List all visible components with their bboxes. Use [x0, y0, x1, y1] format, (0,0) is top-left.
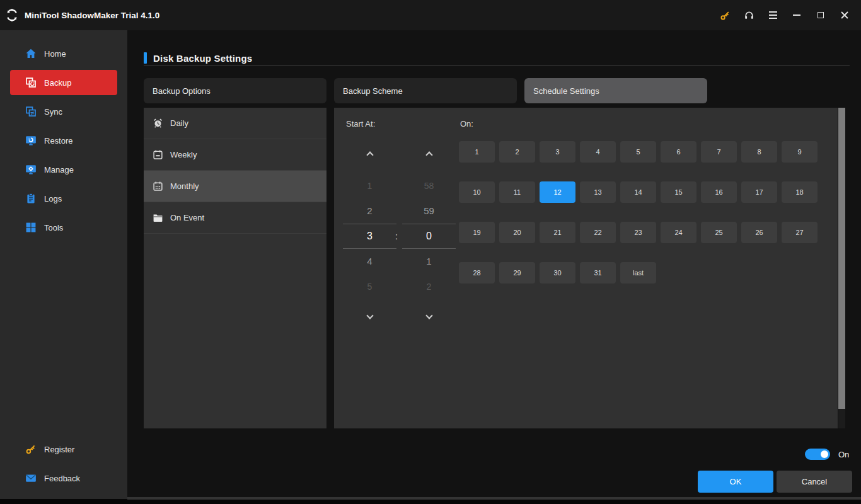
day-button[interactable]: 17	[741, 181, 777, 203]
day-button[interactable]: 11	[499, 181, 535, 203]
sidebar-item-label: Home	[44, 49, 66, 59]
day-button[interactable]: 23	[620, 222, 656, 243]
header-divider	[144, 66, 850, 66]
spinner-value[interactable]: 1	[343, 173, 396, 198]
envelope-icon	[25, 472, 37, 484]
tab-backup-scheme[interactable]: Backup Scheme	[334, 78, 517, 103]
tab-schedule-settings[interactable]: Schedule Settings	[524, 78, 707, 103]
title-accent-bar	[144, 52, 147, 64]
hamburger-menu-icon	[769, 11, 777, 19]
toggle-knob	[821, 450, 828, 458]
day-button[interactable]: last	[620, 262, 656, 284]
start-at-label: Start At:	[346, 119, 375, 129]
spinner-down-button[interactable]	[402, 307, 456, 326]
close-button[interactable]	[837, 8, 852, 23]
sidebar: Home Backup Sync	[0, 30, 127, 499]
backup-icon	[25, 77, 37, 88]
sidebar-item-feedback[interactable]: Feedback	[0, 464, 127, 493]
day-button[interactable]: 29	[499, 262, 535, 284]
day-button[interactable]: 22	[580, 222, 616, 243]
day-button[interactable]: 15	[661, 181, 696, 203]
sidebar-item-label: Backup	[44, 78, 71, 88]
ok-button[interactable]: OK	[698, 471, 773, 493]
day-button[interactable]: 13	[580, 181, 616, 203]
minimize-button[interactable]	[789, 8, 804, 23]
day-button[interactable]: 9	[782, 141, 818, 163]
maximize-button[interactable]	[813, 8, 828, 23]
hour-spinner: 12345	[343, 144, 396, 326]
schedule-item-label: On Event	[170, 213, 204, 222]
day-button[interactable]: 25	[701, 222, 737, 243]
spinner-up-button[interactable]	[343, 144, 396, 163]
schedule-item-label: Daily	[170, 118, 188, 128]
day-button[interactable]: 8	[741, 141, 777, 163]
tools-icon	[25, 222, 37, 233]
key-icon	[25, 444, 37, 455]
spinner-value-selected[interactable]: 3	[343, 224, 396, 249]
day-button[interactable]: 14	[620, 181, 656, 203]
day-button[interactable]: 30	[540, 262, 575, 284]
sidebar-item-register[interactable]: Register	[0, 435, 127, 464]
schedule-item-daily[interactable]: Daily	[144, 108, 326, 139]
home-icon	[25, 48, 37, 59]
spinner-value[interactable]: 2	[402, 274, 456, 299]
sidebar-item-sync[interactable]: Sync	[0, 97, 127, 126]
spinner-value[interactable]: 58	[402, 173, 456, 198]
day-button[interactable]: 1	[459, 141, 495, 163]
day-button[interactable]: 5	[620, 141, 656, 163]
day-button[interactable]: 6	[661, 141, 696, 163]
schedule-item-weekly[interactable]: Weekly	[144, 139, 326, 171]
spinner-value[interactable]: 1	[402, 249, 456, 274]
scrollbar-track[interactable]	[838, 108, 845, 428]
day-button-selected[interactable]: 12	[540, 181, 575, 203]
day-button[interactable]: 7	[701, 141, 737, 163]
schedule-item-on-event[interactable]: On Event	[144, 202, 326, 234]
sidebar-item-tools[interactable]: Tools	[0, 213, 127, 242]
calendar-month-icon	[153, 181, 163, 192]
spinner-up-button[interactable]	[402, 144, 456, 163]
sidebar-item-home[interactable]: Home	[0, 39, 127, 68]
schedule-toggle[interactable]	[805, 449, 830, 460]
spinner-value[interactable]: 4	[343, 249, 396, 274]
day-button[interactable]: 2	[499, 141, 535, 163]
day-button[interactable]: 31	[580, 262, 616, 284]
day-button[interactable]: 3	[540, 141, 575, 163]
day-button[interactable]: 26	[741, 222, 777, 243]
schedule-item-monthly[interactable]: Monthly	[144, 171, 326, 202]
sidebar-item-restore[interactable]: Restore	[0, 126, 127, 155]
tab-backup-options[interactable]: Backup Options	[144, 78, 326, 103]
spinner-value-selected[interactable]: 0	[402, 224, 456, 249]
day-button[interactable]: 28	[459, 262, 495, 284]
toggle-state-label: On	[838, 450, 849, 459]
day-button[interactable]: 24	[661, 222, 696, 243]
logs-icon	[25, 193, 37, 204]
time-separator: :	[393, 224, 400, 249]
headset-icon	[744, 10, 754, 21]
day-button[interactable]: 21	[540, 222, 575, 243]
sidebar-item-backup[interactable]: Backup	[10, 70, 117, 95]
sidebar-item-label: Manage	[44, 165, 74, 175]
spinner-value[interactable]: 2	[343, 198, 396, 224]
sidebar-item-manage[interactable]: Manage	[0, 155, 127, 184]
spinner-value[interactable]: 59	[402, 198, 456, 224]
window-title: MiniTool ShadowMaker Trial 4.1.0	[25, 11, 159, 20]
cancel-button[interactable]: Cancel	[777, 471, 852, 493]
day-button[interactable]: 18	[782, 181, 818, 203]
support-button[interactable]	[741, 8, 756, 23]
calendar-week-icon	[153, 149, 163, 160]
sidebar-item-logs[interactable]: Logs	[0, 184, 127, 213]
day-button[interactable]: 27	[782, 222, 818, 243]
chevron-down-icon	[366, 312, 373, 319]
day-button[interactable]: 4	[580, 141, 616, 163]
day-button[interactable]: 16	[701, 181, 737, 203]
chevron-down-icon	[425, 312, 432, 319]
spinner-down-button[interactable]	[343, 307, 396, 326]
spinner-value[interactable]: 5	[343, 274, 396, 299]
day-button[interactable]: 19	[459, 222, 495, 243]
page-title: Disk Backup Settings	[153, 53, 252, 64]
day-button[interactable]: 20	[499, 222, 535, 243]
menu-button[interactable]	[765, 8, 780, 23]
day-button[interactable]: 10	[459, 181, 495, 203]
license-key-button[interactable]	[717, 8, 732, 23]
scrollbar-thumb[interactable]	[838, 108, 845, 409]
